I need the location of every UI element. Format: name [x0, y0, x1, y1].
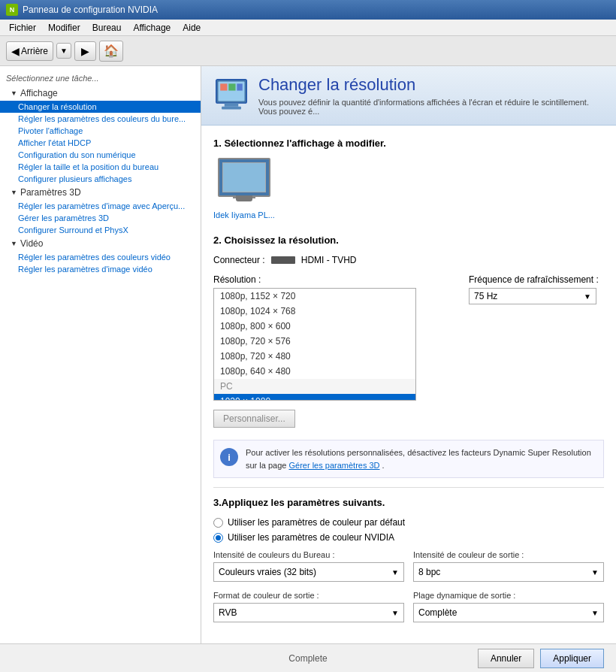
output-intensity-item: Intensité de couleur de sortie : 8 bpc ▼	[413, 550, 604, 582]
resolution-row: Résolution : 1080p, 1152 × 720 1080p, 10…	[213, 274, 604, 428]
connector-icon	[271, 256, 295, 264]
output-format-label: Format de couleur de sortie :	[213, 591, 404, 600]
radio-nvidia-label: Utiliser les paramètres de couleur NVIDI…	[228, 532, 394, 543]
sidebar-item-changer-resolution[interactable]: Changer la résolution	[0, 101, 201, 113]
sidebar-item-pivoter[interactable]: Pivoter l'affichage	[0, 125, 201, 137]
forward-button[interactable]: ▶	[74, 41, 96, 61]
sidebar-group-video-label: Vidéo	[20, 238, 43, 249]
expand-icon-3d: ▼	[11, 189, 17, 196]
freq-select[interactable]: 75 Hz ▼	[469, 288, 596, 304]
customize-button[interactable]: Personnaliser...	[213, 410, 295, 428]
res-item-4[interactable]: 1080p, 720 × 480	[214, 349, 415, 364]
bureau-intensity-value: Couleurs vraies (32 bits)	[219, 567, 316, 577]
bureau-intensity-label: Intensité de couleurs du Bureau :	[213, 550, 404, 559]
bureau-intensity-select[interactable]: Couleurs vraies (32 bits) ▼	[213, 562, 404, 582]
section2: 2. Choisissez la résolution. Connecteur …	[213, 235, 604, 428]
resolution-list[interactable]: 1080p, 1152 × 720 1080p, 1024 × 768 1080…	[213, 288, 416, 401]
sidebar-item-hdcp[interactable]: Afficher l'état HDCP	[0, 137, 201, 149]
back-button[interactable]: ◀ Arrière	[6, 41, 53, 61]
info-text: Pour activer les résolutions personnalis…	[246, 446, 597, 471]
monitor-label: Idek Iiyama PL...	[213, 210, 275, 219]
connector-label: Connecteur :	[213, 255, 265, 265]
main-layout: Sélectionnez une tâche... ▼ Affichage Ch…	[0, 66, 616, 670]
menu-aide[interactable]: Aide	[177, 21, 207, 35]
freq-dropdown-arrow-icon: ▼	[584, 292, 591, 301]
sidebar-group-affichage-header[interactable]: ▼ Affichage	[0, 86, 201, 101]
res-item-selected[interactable]: 1920 × 1080	[214, 394, 415, 401]
res-category-pc: PC	[214, 379, 415, 394]
complete-text: Complete	[288, 653, 327, 664]
output-format-value: RVB	[219, 607, 237, 618]
sidebar-item-image-apercu[interactable]: Régler les paramètres d'image avec Aperç…	[0, 200, 201, 212]
radio-item-nvidia[interactable]: Utiliser les paramètres de couleur NVIDI…	[213, 532, 604, 543]
radio-nvidia-circle[interactable]	[213, 533, 223, 543]
radio-item-default[interactable]: Utiliser les paramètres de couleur par d…	[213, 517, 604, 528]
content-title: Changer la résolution	[258, 75, 604, 95]
content-desc: Vous pouvez définir la quantité d'inform…	[258, 98, 604, 116]
output-format-arrow-icon: ▼	[391, 609, 399, 617]
output-range-arrow-icon: ▼	[591, 609, 599, 617]
back-dropdown-button[interactable]: ▼	[56, 43, 71, 59]
res-item-5[interactable]: 1080p, 640 × 480	[214, 364, 415, 379]
section3-title: 3.Appliquez les paramètres suivants.	[213, 497, 604, 508]
output-range-item: Plage dynamique de sortie : Complète ▼	[413, 591, 604, 622]
info-text-end: .	[382, 461, 385, 470]
output-intensity-select[interactable]: 8 bpc ▼	[413, 562, 604, 582]
res-item-2[interactable]: 1080p, 800 × 600	[214, 319, 415, 334]
sidebar-item-taille-position[interactable]: Régler la taille et la position du burea…	[0, 161, 201, 173]
content-body: 1. Sélectionnez l'affichage à modifier. …	[201, 126, 616, 634]
svg-rect-4	[220, 83, 227, 90]
radio-group: Utiliser les paramètres de couleur par d…	[213, 517, 604, 543]
info-link[interactable]: Gérer les paramètres 3D	[288, 461, 379, 470]
settings-grid: Intensité de couleurs du Bureau : Couleu…	[213, 550, 604, 622]
sidebar: Sélectionnez une tâche... ▼ Affichage Ch…	[0, 66, 201, 670]
radio-default-label: Utiliser les paramètres de couleur par d…	[228, 517, 405, 528]
menu-modifier[interactable]: Modifier	[42, 21, 86, 35]
sidebar-item-son[interactable]: Configuration du son numérique	[0, 149, 201, 161]
resolution-label: Résolution :	[213, 274, 457, 285]
res-item-0[interactable]: 1080p, 1152 × 720	[214, 289, 415, 304]
output-format-item: Format de couleur de sortie : RVB ▼	[213, 591, 404, 622]
bureau-intensity-arrow-icon: ▼	[391, 568, 399, 577]
display-selector: Idek Iiyama PL...	[213, 158, 604, 219]
sidebar-item-gerer-params3d[interactable]: Gérer les paramètres 3D	[0, 212, 201, 224]
resolution-icon	[213, 77, 249, 114]
sidebar-item-image-video[interactable]: Régler les paramètres d'image vidéo	[0, 263, 201, 275]
sidebar-item-couleurs-video[interactable]: Régler les paramètres des couleurs vidéo	[0, 251, 201, 263]
sidebar-group-3d: ▼ Paramètres 3D Régler les paramètres d'…	[0, 185, 201, 236]
output-range-select[interactable]: Complète ▼	[413, 603, 604, 622]
home-button[interactable]: 🏠	[99, 41, 123, 62]
freq-section: Fréquence de rafraîchissement : 75 Hz ▼	[469, 274, 604, 304]
output-intensity-value: 8 bpc	[418, 567, 440, 577]
content-header-icon	[213, 77, 249, 114]
menu-bureau[interactable]: Bureau	[86, 21, 128, 35]
menu-fichier[interactable]: Fichier	[3, 21, 42, 35]
monitor-item[interactable]: Idek Iiyama PL...	[213, 158, 275, 219]
sidebar-item-surround[interactable]: Configurer Surround et PhysX	[0, 224, 201, 236]
connector-row: Connecteur : HDMI - TVHD	[213, 255, 604, 265]
home-icon: 🏠	[104, 44, 119, 58]
svg-rect-6	[237, 83, 242, 90]
radio-default-circle[interactable]	[213, 518, 223, 528]
sidebar-group-video-header[interactable]: ▼ Vidéo	[0, 236, 201, 251]
svg-rect-5	[228, 83, 235, 90]
bottom-bar: Complete Annuler Appliquer	[0, 643, 616, 672]
title-bar-text: Panneau de configuration NVIDIA	[23, 5, 158, 15]
res-item-1[interactable]: 1080p, 1024 × 768	[214, 304, 415, 319]
connector-name: HDMI - TVHD	[301, 255, 357, 265]
output-range-label: Plage dynamique de sortie :	[413, 591, 604, 600]
output-format-select[interactable]: RVB ▼	[213, 603, 404, 622]
cancel-button[interactable]: Annuler	[478, 649, 534, 668]
sidebar-item-configurer-affichages[interactable]: Configurer plusieurs affichages	[0, 173, 201, 185]
sidebar-group-video: ▼ Vidéo Régler les paramètres des couleu…	[0, 236, 201, 275]
menu-bar: Fichier Modifier Bureau Affichage Aide	[0, 20, 616, 36]
menu-affichage[interactable]: Affichage	[127, 21, 177, 35]
resolution-section: Résolution : 1080p, 1152 × 720 1080p, 10…	[213, 274, 457, 428]
output-range-value: Complète	[418, 607, 457, 618]
sidebar-group-3d-header[interactable]: ▼ Paramètres 3D	[0, 185, 201, 200]
content-area: Changer la résolution Vous pouvez défini…	[201, 66, 616, 670]
apply-button[interactable]: Appliquer	[540, 649, 604, 668]
res-item-3[interactable]: 1080p, 720 × 576	[214, 334, 415, 349]
sidebar-item-regler-couleurs-bureau[interactable]: Régler les paramètres des couleurs du bu…	[0, 113, 201, 125]
info-icon: i	[220, 448, 238, 466]
